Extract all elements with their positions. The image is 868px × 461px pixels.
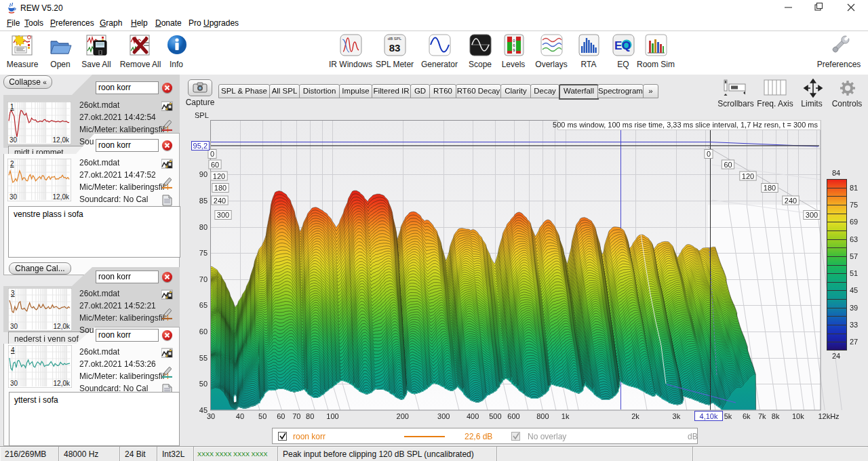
svg-text:30: 30	[10, 323, 18, 330]
svg-text:83: 83	[389, 42, 401, 54]
svg-text:dB SPL: dB SPL	[388, 37, 402, 41]
svg-text:12,0k: 12,0k	[54, 323, 71, 330]
svg-text:12,0k: 12,0k	[53, 193, 70, 201]
svg-text:E: E	[614, 39, 622, 52]
svg-text:1: 1	[10, 103, 14, 111]
svg-text:2: 2	[10, 160, 14, 167]
svg-text:3: 3	[11, 289, 15, 297]
svg-text:12,0k: 12,0k	[53, 136, 70, 144]
svg-text:4: 4	[11, 346, 15, 354]
svg-text:30: 30	[9, 136, 18, 144]
svg-text:30: 30	[10, 380, 18, 387]
svg-text:30: 30	[9, 193, 18, 201]
svg-text:12,0k: 12,0k	[54, 380, 71, 387]
svg-text:Q: Q	[622, 39, 631, 52]
